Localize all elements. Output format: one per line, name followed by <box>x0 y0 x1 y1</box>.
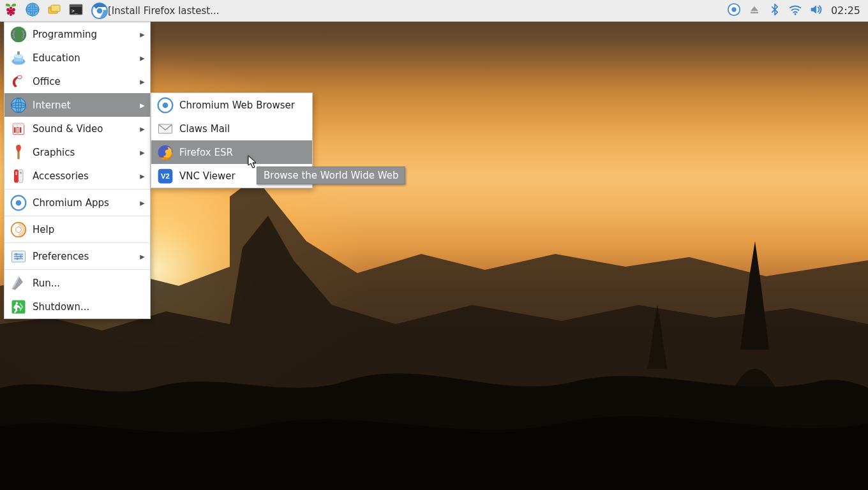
chevron-right-icon: ▸ <box>138 147 146 158</box>
svg-rect-41 <box>14 127 16 133</box>
chromium-icon <box>155 95 176 115</box>
chromium-icon <box>727 3 741 19</box>
sound-video-icon <box>8 119 29 139</box>
svg-point-50 <box>16 200 22 205</box>
menu-item-chromium-apps[interactable]: Chromium Apps ▸ <box>4 191 150 214</box>
web-browser-launcher[interactable] <box>22 0 43 22</box>
help-icon <box>8 219 29 240</box>
menu-separator <box>4 216 150 216</box>
submenu-item-firefox[interactable]: Firefox ESR <box>151 140 312 164</box>
menu-label: Preferences <box>33 251 138 262</box>
menu-label: Run... <box>33 278 146 289</box>
submenu-label: Firefox ESR <box>179 147 233 158</box>
svg-rect-46 <box>19 169 23 182</box>
svg-point-5 <box>10 13 12 16</box>
svg-point-57 <box>15 253 18 255</box>
menu-item-run[interactable]: Run... <box>4 271 150 295</box>
svg-rect-40 <box>13 123 24 126</box>
svg-point-52 <box>16 226 22 232</box>
chevron-right-icon: ▸ <box>138 29 146 40</box>
bluetooth-icon <box>768 3 781 19</box>
office-icon <box>8 71 29 92</box>
taskbar-launchers: >_ [Install Firefox lastest... <box>0 0 226 21</box>
programming-icon: { } <box>8 24 29 45</box>
menu-label: Office <box>33 76 138 87</box>
menu-label: Education <box>33 52 138 64</box>
vnc-icon: V2 <box>155 166 176 186</box>
tray-bluetooth[interactable] <box>766 0 784 22</box>
chevron-right-icon: ▸ <box>138 100 146 111</box>
submenu-label: Chromium Web Browser <box>179 100 295 111</box>
volume-icon <box>809 3 823 19</box>
chevron-right-icon: ▸ <box>138 76 146 87</box>
menu-label: Help <box>33 224 146 235</box>
accessories-icon <box>8 166 29 186</box>
tray-eject[interactable] <box>745 0 763 22</box>
tray-volume[interactable] <box>807 0 825 22</box>
svg-text:{ }: { } <box>11 30 26 39</box>
tooltip: Browse the World Wide Web <box>257 167 405 184</box>
menu-item-graphics[interactable]: Graphics ▸ <box>4 140 150 164</box>
submenu-item-claws-mail[interactable]: Claws Mail <box>151 117 312 140</box>
svg-rect-42 <box>17 127 19 133</box>
svg-point-47 <box>20 172 22 174</box>
eject-icon <box>749 4 760 18</box>
start-menu-button[interactable] <box>0 0 22 22</box>
svg-point-63 <box>163 102 168 108</box>
menu-label: Programming <box>33 29 138 40</box>
system-tray: 02:25 <box>725 0 868 21</box>
taskbar-window-label: [Install Firefox lastest... <box>108 5 219 17</box>
menu-label: Internet <box>33 100 138 111</box>
svg-point-59 <box>16 257 19 260</box>
preferences-icon <box>8 246 29 267</box>
globe-icon <box>25 2 40 20</box>
taskbar-clock[interactable]: 02:25 <box>827 4 864 17</box>
application-menu: { } Programming ▸ Education ▸ Office ▸ I… <box>4 22 151 319</box>
globe-icon <box>8 95 29 115</box>
menu-item-help[interactable]: Help <box>4 218 150 241</box>
menu-item-accessories[interactable]: Accessories ▸ <box>4 164 150 188</box>
menu-label: Sound & Video <box>33 123 138 135</box>
menu-item-education[interactable]: Education ▸ <box>4 46 150 70</box>
tray-wifi[interactable] <box>786 0 804 22</box>
svg-rect-14 <box>51 5 60 11</box>
svg-point-3 <box>7 11 10 15</box>
folders-icon <box>47 2 62 20</box>
svg-rect-31 <box>17 51 20 54</box>
svg-text:>_: >_ <box>71 8 78 14</box>
file-manager-launcher[interactable] <box>43 0 65 22</box>
svg-rect-16 <box>70 4 82 7</box>
mail-icon <box>155 119 176 139</box>
terminal-launcher[interactable]: >_ <box>65 0 87 22</box>
svg-point-6 <box>10 6 12 9</box>
menu-item-internet[interactable]: Internet ▸ <box>4 93 150 117</box>
svg-point-1 <box>6 8 10 11</box>
menu-label: Chromium Apps <box>33 197 138 209</box>
chevron-right-icon: ▸ <box>138 197 146 209</box>
svg-rect-44 <box>17 151 20 159</box>
shutdown-icon <box>8 297 29 317</box>
svg-point-25 <box>794 13 796 15</box>
menu-item-office[interactable]: Office ▸ <box>4 70 150 93</box>
graphics-icon <box>8 142 29 163</box>
menu-separator <box>4 269 150 270</box>
firefox-icon <box>155 142 176 163</box>
tray-chromium[interactable] <box>725 0 743 22</box>
taskbar-window-chromium[interactable]: [Install Firefox lastest... <box>88 1 225 20</box>
svg-point-2 <box>12 8 15 11</box>
chevron-right-icon: ▸ <box>138 123 146 135</box>
menu-item-programming[interactable]: { } Programming ▸ <box>4 22 150 46</box>
chevron-right-icon: ▸ <box>138 170 146 182</box>
svg-rect-24 <box>751 11 758 13</box>
menu-item-preferences[interactable]: Preferences ▸ <box>4 244 150 268</box>
chromium-icon <box>8 193 29 213</box>
taskbar: >_ [Install Firefox lastest... <box>0 0 868 22</box>
svg-point-32 <box>17 75 22 78</box>
chromium-icon <box>91 3 108 19</box>
menu-item-shutdown[interactable]: Shutdown... <box>4 295 150 318</box>
submenu-item-chromium[interactable]: Chromium Web Browser <box>151 93 312 117</box>
menu-item-sound-video[interactable]: Sound & Video ▸ <box>4 117 150 140</box>
svg-rect-48 <box>16 172 17 175</box>
submenu-label: Claws Mail <box>179 123 230 135</box>
submenu-label: VNC Viewer <box>179 170 236 182</box>
